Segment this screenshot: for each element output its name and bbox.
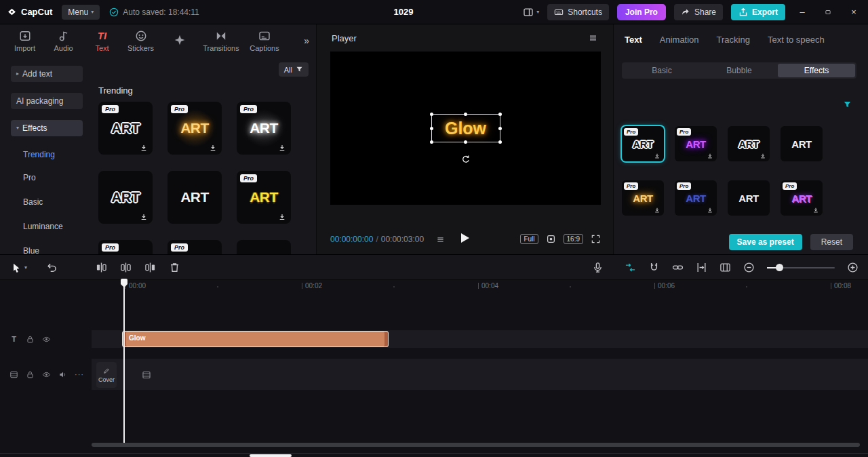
aspect-ratio-button[interactable]: 16:9 [564,234,583,244]
link-toggle-icon[interactable] [672,262,684,273]
tab-audio[interactable]: Audio [44,30,83,52]
text-effect-item[interactable]: Pro ART [237,102,291,155]
reset-button[interactable]: Reset [810,234,853,250]
effect-preset-item[interactable]: Pro ART [622,126,664,161]
text-effect-item[interactable] [237,240,291,254]
video-viewport[interactable]: Glow [330,52,601,205]
tab-text[interactable]: TI Text [83,30,121,52]
menu-button[interactable]: Menu▾ [62,5,100,20]
text-effect-item[interactable]: Pro ART [167,102,222,155]
tab-import[interactable]: Import [5,30,44,52]
effect-preset-item[interactable]: Pro ART [675,126,717,161]
collapse-panel-icon[interactable]: » [304,35,309,46]
resize-handle[interactable] [430,140,433,144]
share-button[interactable]: Share [674,4,723,20]
zoom-out-icon[interactable] [743,262,755,273]
preview-axis-toggle-icon[interactable] [696,262,707,273]
sidebar-sub-basic[interactable]: Basic [23,195,43,209]
resize-handle[interactable] [464,113,467,116]
save-as-preset-button[interactable]: Save as preset [729,234,802,250]
tab-tracking[interactable]: Tracking [717,35,750,45]
eye-icon[interactable] [42,370,51,379]
sidebar-item-ai-packaging[interactable]: AI packaging [11,93,83,109]
sidebar-sub-luminance[interactable]: Luminance [23,220,63,233]
split-icon[interactable] [120,262,132,273]
tab-animation[interactable]: Animation [660,35,699,45]
close-button[interactable]: × [845,7,863,17]
record-voiceover-icon[interactable] [592,262,604,273]
effect-preset-item[interactable]: ART [728,180,770,216]
more-options-icon[interactable]: ··· [75,370,84,378]
play-button[interactable] [461,233,469,243]
tab-text-to-speech[interactable]: Text to speech [768,35,825,45]
zoom-slider-knob[interactable] [776,264,783,271]
resize-handle[interactable] [430,127,433,130]
effects-library: All Trending Pro ART Pro ART Pro ART [88,57,317,254]
lock-icon[interactable] [26,370,35,379]
tab-captions[interactable]: Captions [243,30,285,52]
sidebar-item-add-text[interactable]: ▸ Add text [11,66,83,82]
resize-handle[interactable] [498,127,502,130]
timeline-scrollbar[interactable] [92,443,860,447]
video-track-lane[interactable] [92,359,868,390]
timeline-clip-glow[interactable]: Glow [122,331,389,347]
lock-icon[interactable] [26,335,35,344]
text-effect-item[interactable]: Pro ART [98,102,153,155]
sidebar-item-effects[interactable]: ▾ Effects [11,120,83,136]
preset-filter-icon[interactable] [843,100,852,109]
minimize-button[interactable]: – [793,7,811,17]
tab-transitions[interactable]: Transitions [199,30,243,52]
timeline-zoom-slider[interactable] [767,262,835,273]
shortcuts-button[interactable]: Shortcuts [547,4,609,20]
export-button[interactable]: Export [731,4,785,20]
mute-icon[interactable] [58,370,67,379]
filter-all-button[interactable]: All [279,62,309,77]
zoom-in-icon[interactable] [847,262,859,273]
effect-preset-item[interactable]: Pro ART [675,180,717,216]
split-keep-right-icon[interactable] [144,262,156,273]
effect-preset-item[interactable]: ART [781,126,823,161]
full-button[interactable]: Full [520,234,538,244]
delete-icon[interactable] [169,262,180,273]
clip-list-icon[interactable] [436,236,445,243]
subtab-basic[interactable]: Basic [623,64,701,77]
magnet-toggle-icon[interactable] [648,262,660,273]
resize-handle[interactable] [498,113,502,116]
resize-handle[interactable] [464,140,467,144]
layout-switch-button[interactable]: ▾ [523,7,539,18]
canvas-text[interactable]: Glow [432,115,500,142]
resize-handle[interactable] [430,113,433,116]
resize-handle[interactable] [498,140,502,144]
rotate-handle-icon[interactable] [461,155,471,164]
restore-button[interactable] [819,9,837,16]
undo-icon[interactable] [46,262,58,273]
timeline-ruler[interactable]: 00:00 00:02 00:04 00:06 00:08 [0,280,868,292]
sidebar-sub-trending[interactable]: Trending [23,148,55,161]
cover-button[interactable]: Cover [96,362,117,388]
text-selection-box[interactable]: Glow [431,114,500,142]
text-effect-item[interactable]: ART [98,171,153,224]
sidebar-sub-blue[interactable]: Blue [23,244,39,254]
tab-text-settings[interactable]: Text [625,35,642,45]
split-keep-left-icon[interactable] [96,262,107,273]
effect-preset-item[interactable]: ART [728,126,770,161]
text-effect-item[interactable]: Pro ART [237,171,291,224]
text-effect-item[interactable]: Pro [167,240,222,254]
effect-preset-item[interactable]: Pro ART [781,180,823,216]
subtab-bubble[interactable]: Bubble [701,64,778,77]
fullscreen-icon[interactable] [591,234,601,244]
tab-stickers[interactable]: Stickers [121,30,160,52]
player-menu-icon[interactable] [588,34,598,42]
eye-icon[interactable] [42,335,51,344]
text-effect-item[interactable]: Pro [98,240,153,254]
auto-ripple-toggle-icon[interactable] [625,262,636,273]
tab-effects[interactable] [160,34,199,48]
sidebar-sub-pro[interactable]: Pro [23,171,36,184]
text-effect-item[interactable]: ART [167,171,222,224]
effect-preset-item[interactable]: Pro ART [622,180,664,216]
join-pro-button[interactable]: Join Pro [617,4,666,20]
select-tool-button[interactable]: ▾ [11,262,27,273]
subtab-effects[interactable]: Effects [778,64,855,77]
fit-canvas-icon[interactable] [546,234,556,244]
render-preview-toggle-icon[interactable] [719,262,731,273]
